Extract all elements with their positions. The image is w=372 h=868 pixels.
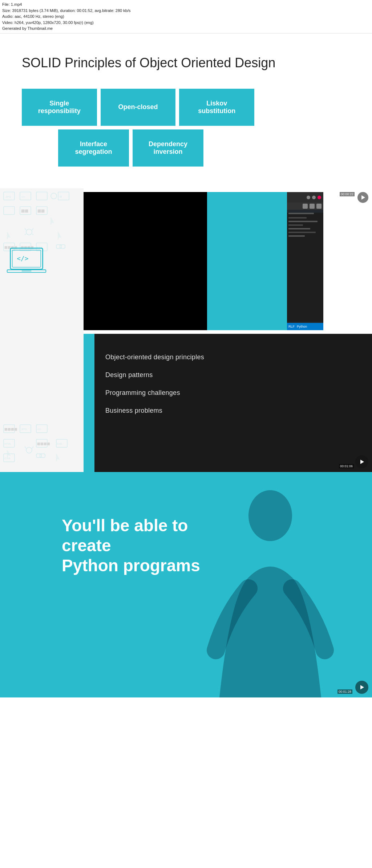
meta-line-3: Audio: aac, 44100 Hz, stereo (eng) — [2, 13, 370, 20]
content-list: Object-oriented design principles Design… — [94, 334, 372, 472]
svg-text:JPG: JPG — [5, 195, 11, 199]
play-button-3[interactable] — [355, 681, 368, 694]
meta-line-1: File: 1.mp4 — [2, 1, 370, 8]
card-liskov[interactable]: Liskovsubstitution — [179, 89, 254, 126]
svg-text:JPG: JPG — [21, 428, 27, 431]
vscode-toolbar — [287, 192, 323, 203]
meta-bar: File: 1.mp4 Size: 3918731 bytes (3.74 Mi… — [0, 0, 372, 33]
svg-text:⬛⬛: ⬛⬛ — [21, 209, 28, 213]
content-left-strip — [84, 334, 94, 472]
svg-text:CSS: CSS — [4, 457, 10, 460]
video-thumbnail-teal[interactable] — [207, 192, 287, 330]
card-label-single: Singleresponsibility — [38, 100, 81, 115]
pattern-svg: JPG </> ⛓ ⬛⬛ ⬛⬛ — [0, 188, 84, 472]
card-dependency[interactable]: Dependencyinversion — [133, 129, 203, 167]
svg-rect-8 — [4, 207, 15, 215]
card-single-responsibility[interactable]: Singleresponsibility — [22, 89, 97, 126]
meta-line-2: Size: 3918731 bytes (3.74 MiB), duration… — [2, 8, 370, 14]
svg-line-15 — [32, 228, 33, 230]
svg-text:</>: </> — [21, 195, 25, 199]
svg-text:</>: </> — [37, 428, 41, 431]
vscode-icons-bar — [287, 203, 323, 210]
svg-text:⬛⬛⬛⬛: ⬛⬛⬛⬛ — [4, 428, 17, 431]
vscode-lang-2: Python — [297, 325, 307, 328]
vscode-maximize[interactable] — [312, 196, 316, 199]
video-section: JPG </> ⛓ ⬛⬛ ⬛⬛ — [0, 188, 372, 472]
vscode-lang-1: RLF — [288, 325, 295, 328]
person-silhouette — [183, 487, 357, 697]
list-item-1: Object-oriented design principles — [105, 348, 361, 366]
vscode-icon-2[interactable] — [310, 204, 315, 209]
list-item-4: Business problems — [105, 402, 361, 420]
svg-point-13 — [26, 229, 32, 235]
play-button-2[interactable] — [355, 455, 368, 468]
solid-grid: Singleresponsibility Open-closed Liskovs… — [22, 89, 254, 167]
card-label-liskov: Liskovsubstitution — [198, 100, 235, 115]
list-item-3: Programming challenges — [105, 384, 361, 402]
solid-row-2: Interfacesegregation Dependencyinversion — [22, 129, 254, 167]
timestamp-2: 00:01:06 — [339, 464, 354, 468]
vscode-close[interactable] — [318, 196, 321, 199]
svg-text:⬛⬛: ⬛⬛ — [37, 209, 45, 213]
card-label-open: Open-closed — [118, 103, 158, 111]
video-thumbs: 00:00:22 — [84, 188, 372, 472]
solid-section: SOLID Principles of Object Oriented Desi… — [0, 33, 372, 188]
svg-point-5 — [51, 193, 57, 199]
svg-text:HTML: HTML — [4, 443, 11, 445]
solid-title: SOLID Principles of Object Oriented Desi… — [22, 55, 357, 71]
hero-title: You'll be able to createPython programs — [62, 516, 207, 576]
svg-text:</>: </> — [17, 255, 28, 262]
vscode-icon-3[interactable] — [316, 204, 322, 209]
svg-line-17 — [32, 234, 33, 235]
meta-line-5: Generated by Thumbnail.me — [2, 25, 370, 32]
svg-rect-44 — [40, 454, 45, 457]
meta-line-4: Video: h264, yuv420p, 1280x720, 30.00 fp… — [2, 20, 370, 26]
hero-section: You'll be able to createPython programs … — [0, 472, 372, 697]
svg-point-56 — [248, 490, 292, 541]
svg-rect-4 — [36, 192, 47, 200]
svg-line-14 — [25, 228, 26, 230]
svg-text:⛓: ⛓ — [59, 195, 62, 199]
svg-rect-24 — [56, 245, 61, 248]
list-item-2: Design patterns — [105, 366, 361, 384]
vscode-icon-1[interactable] — [303, 204, 308, 209]
vscode-status-bar: RLF Python — [287, 323, 323, 330]
svg-rect-49 — [22, 270, 32, 271]
timestamp-1: 00:00:22 — [340, 192, 355, 196]
timestamp-3: 00:01:28 — [337, 689, 352, 694]
svg-rect-25 — [60, 245, 65, 248]
hero-text: You'll be able to createPython programs — [62, 516, 207, 576]
thumb-row-1: RLF Python — [84, 188, 372, 334]
card-interface[interactable]: Interfacesegregation — [58, 129, 129, 167]
vscode-thumbnail[interactable]: RLF Python — [287, 192, 323, 330]
video-thumbnail-main[interactable] — [84, 192, 207, 330]
svg-line-35 — [25, 447, 26, 448]
solid-row-1: Singleresponsibility Open-closed Liskovs… — [22, 89, 254, 126]
pattern-background: JPG </> ⛓ ⬛⬛ ⬛⬛ — [0, 188, 84, 472]
svg-point-34 — [26, 447, 32, 453]
card-label-interface: Interfacesegregation — [75, 140, 112, 156]
svg-line-16 — [25, 234, 26, 235]
svg-rect-43 — [36, 454, 41, 457]
content-area: Object-oriented design principles Design… — [84, 334, 372, 472]
card-label-dependency: Dependencyinversion — [149, 140, 187, 156]
card-open-closed[interactable]: Open-closed — [101, 89, 176, 126]
svg-text:⬛⬛⬛⬛: ⬛⬛⬛⬛ — [37, 442, 50, 445]
svg-line-36 — [32, 447, 33, 448]
play-button-1[interactable] — [357, 192, 368, 203]
svg-text:EXE: EXE — [57, 443, 62, 445]
vscode-minimize[interactable] — [307, 196, 310, 199]
